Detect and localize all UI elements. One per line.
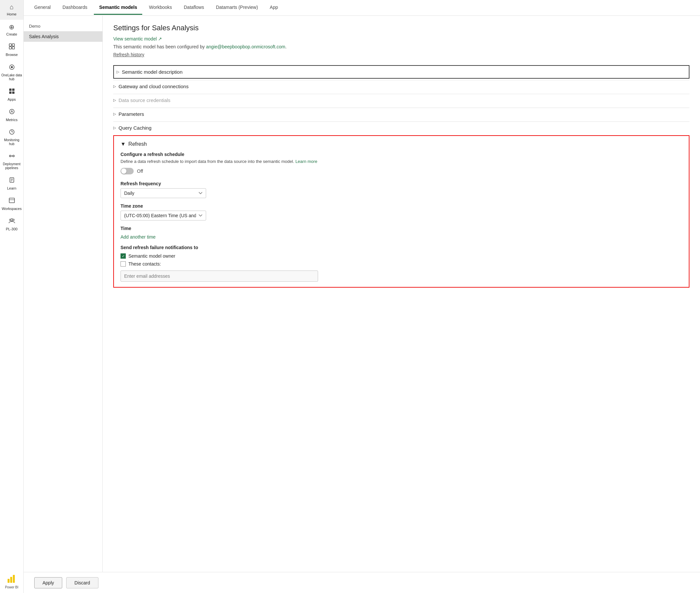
learn-icon bbox=[8, 177, 15, 185]
svg-rect-0 bbox=[9, 44, 11, 46]
sidebar-item-onelake[interactable]: OneLake data hub bbox=[0, 61, 23, 85]
frequency-select[interactable]: Daily bbox=[120, 188, 206, 198]
tab-workbooks[interactable]: Workbooks bbox=[144, 1, 177, 15]
left-panel-item-sales-analysis[interactable]: Sales Analysis bbox=[24, 31, 102, 42]
sidebar-item-label-workspaces: Workspaces bbox=[2, 207, 22, 211]
frequency-label: Refresh frequency bbox=[120, 181, 682, 186]
tab-datamarts[interactable]: Datamarts (Preview) bbox=[211, 1, 263, 15]
sidebar-item-learn[interactable]: Learn bbox=[0, 173, 23, 194]
notifications-label: Send refresh failure notifications to bbox=[120, 245, 682, 250]
accordion-header-datasource[interactable]: ▷ Data source credentials bbox=[113, 94, 690, 106]
tab-bar: General Dashboards Semantic models Workb… bbox=[24, 0, 700, 16]
accordion-toggle-query-caching: ▷ bbox=[113, 126, 116, 130]
configured-by-email[interactable]: angie@beepboopbop.onmicrosoft.com bbox=[206, 44, 286, 49]
time-group: Time Add another time bbox=[120, 226, 682, 240]
svg-rect-3 bbox=[12, 47, 14, 49]
home-icon: ⌂ bbox=[9, 3, 13, 11]
apps-icon bbox=[8, 88, 15, 96]
svg-rect-2 bbox=[9, 47, 11, 49]
svg-point-12 bbox=[9, 155, 11, 157]
sidebar-item-browse[interactable]: Browse bbox=[0, 40, 23, 60]
view-semantic-model-link[interactable]: View semantic model ↗ bbox=[113, 36, 162, 41]
accordion-header-parameters[interactable]: ▷ Parameters bbox=[113, 108, 690, 120]
accordion-header-query-caching[interactable]: ▷ Query Caching bbox=[113, 121, 690, 134]
toggle-label: Off bbox=[137, 168, 143, 174]
sidebar-item-workspaces[interactable]: Workspaces bbox=[0, 194, 23, 214]
accordion-label-query-caching: Query Caching bbox=[118, 125, 151, 131]
svg-rect-7 bbox=[12, 88, 14, 91]
sidebar-item-apps[interactable]: Apps bbox=[0, 85, 23, 105]
sidebar-item-label-learn: Learn bbox=[7, 186, 16, 191]
refresh-section-title: ▼ Refresh bbox=[120, 141, 682, 147]
accordion-toggle-datasource: ▷ bbox=[113, 98, 116, 102]
svg-point-13 bbox=[12, 155, 14, 157]
accordion-label-datasource: Data source credentials bbox=[118, 97, 171, 103]
accordion-toggle-description: ▷ bbox=[117, 70, 119, 74]
sidebar-item-label-metrics: Metrics bbox=[6, 118, 17, 122]
powerbi-logo bbox=[6, 572, 17, 584]
refresh-toggle[interactable] bbox=[120, 168, 134, 174]
accordion-query-caching: ▷ Query Caching bbox=[113, 121, 690, 134]
refresh-history-link[interactable]: Refresh history bbox=[113, 52, 144, 57]
add-time-link[interactable]: Add another time bbox=[120, 234, 156, 240]
time-label: Time bbox=[120, 226, 682, 231]
accordion-header-gateway[interactable]: ▷ Gateway and cloud connections bbox=[113, 80, 690, 92]
svg-rect-18 bbox=[9, 198, 14, 203]
discard-button[interactable]: Discard bbox=[66, 577, 98, 588]
sidebar-item-pl300[interactable]: PL-300 bbox=[0, 214, 23, 235]
tab-dashboards[interactable]: Dashboards bbox=[57, 1, 93, 15]
timezone-select[interactable]: (UTC-05:00) Eastern Time (US and Ca bbox=[120, 211, 206, 221]
owner-checkbox-row: Semantic model owner bbox=[120, 253, 682, 259]
tab-dataflows[interactable]: Dataflows bbox=[179, 1, 209, 15]
refresh-collapse-icon: ▼ bbox=[120, 141, 126, 147]
workspaces-icon bbox=[8, 197, 15, 205]
svg-rect-1 bbox=[12, 44, 14, 46]
main-area: General Dashboards Semantic models Workb… bbox=[24, 0, 700, 593]
contacts-checkbox-row: These contacts: bbox=[120, 261, 682, 267]
svg-rect-23 bbox=[8, 579, 9, 583]
sidebar-item-home[interactable]: ⌂ Home bbox=[0, 0, 23, 20]
timezone-group: Time zone (UTC-05:00) Eastern Time (US a… bbox=[120, 203, 682, 221]
accordion-label-gateway: Gateway and cloud connections bbox=[118, 84, 189, 89]
powerbi-logo-container: Power BI bbox=[5, 567, 19, 593]
sidebar-item-label-pl300: PL-300 bbox=[6, 227, 17, 231]
svg-point-10 bbox=[9, 109, 14, 114]
svg-rect-8 bbox=[9, 91, 11, 94]
deployment-icon bbox=[8, 153, 15, 161]
sidebar-item-metrics[interactable]: Metrics bbox=[0, 105, 23, 125]
refresh-frequency-group: Refresh frequency Daily bbox=[120, 181, 682, 198]
sidebar-item-label-onelake: OneLake data hub bbox=[1, 73, 22, 81]
sidebar-item-label-monitoring: Monitoring hub bbox=[1, 138, 22, 146]
content-body: Demo Sales Analysis Settings for Sales A… bbox=[24, 16, 700, 593]
sidebar-item-monitoring[interactable]: Monitoring hub bbox=[0, 125, 23, 149]
accordion-header-description[interactable]: ▷ Semantic model description bbox=[113, 65, 690, 79]
accordion-toggle-gateway: ▷ bbox=[113, 84, 116, 88]
timezone-label: Time zone bbox=[120, 203, 682, 209]
toggle-knob bbox=[121, 168, 126, 174]
accordion-label-description: Semantic model description bbox=[122, 69, 182, 75]
svg-rect-6 bbox=[9, 88, 11, 91]
accordion-gateway: ▷ Gateway and cloud connections bbox=[113, 80, 690, 92]
tab-general[interactable]: General bbox=[29, 1, 56, 15]
sidebar: ⌂ Home ⊕ Create Browse OneLake data hub … bbox=[0, 0, 24, 593]
sidebar-item-label-deployment: Deployment pipelines bbox=[1, 162, 22, 170]
tab-app[interactable]: App bbox=[264, 1, 283, 15]
notifications-section: Send refresh failure notifications to Se… bbox=[120, 245, 682, 282]
refresh-description: Define a data refresh schedule to import… bbox=[120, 159, 682, 164]
accordion-label-parameters: Parameters bbox=[118, 111, 144, 117]
apply-button[interactable]: Apply bbox=[34, 577, 62, 588]
tab-semantic-models[interactable]: Semantic models bbox=[94, 1, 142, 15]
learn-more-link[interactable]: Learn more bbox=[295, 159, 317, 164]
owner-checkbox[interactable] bbox=[120, 253, 126, 259]
refresh-section: ▼ Refresh Configure a refresh schedule D… bbox=[113, 135, 690, 288]
contacts-checkbox[interactable] bbox=[120, 261, 126, 267]
svg-rect-25 bbox=[13, 575, 15, 583]
monitoring-icon bbox=[8, 129, 15, 137]
sidebar-item-label-home: Home bbox=[7, 12, 16, 16]
sidebar-item-deployment[interactable]: Deployment pipelines bbox=[0, 149, 23, 173]
svg-rect-9 bbox=[12, 91, 14, 94]
sidebar-item-create[interactable]: ⊕ Create bbox=[0, 20, 23, 40]
email-input[interactable] bbox=[120, 271, 318, 282]
sidebar-item-label-create: Create bbox=[6, 32, 17, 37]
refresh-sub-title: Configure a refresh schedule bbox=[120, 152, 682, 157]
